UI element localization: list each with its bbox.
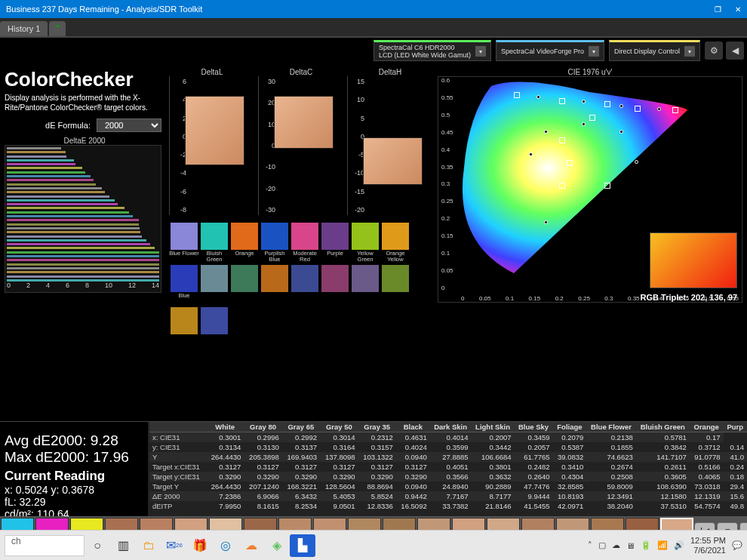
collapse-button[interactable]: ◀ xyxy=(726,42,744,60)
deltac-chart: DeltaC 3020100-10-20-30 xyxy=(258,68,344,219)
windows-taskbar: ch ○ ▥ 🗀 ✉26 🎁 ◎ ☁ ◈ ▙ ˄ ▢ ☁ 🖥 🔋 📶 🔊 12:… xyxy=(0,530,747,560)
cie-chart: 0.60.550.50.450.40.350.30.250.20.150.10.… xyxy=(438,76,742,303)
tray-chevron-icon[interactable]: ˄ xyxy=(588,540,592,550)
xy-reading: x: 0.5024 y: 0.3678 xyxy=(5,484,143,496)
tray-volume-icon[interactable]: 🔊 xyxy=(674,540,684,550)
chevron-down-icon: ▾ xyxy=(589,46,599,57)
close-icon[interactable]: ✕ xyxy=(735,5,741,14)
cdm-reading: cd/m²: 110.64 xyxy=(5,508,143,516)
color-swatch-grid: Blue FlowerBluish GreenOrangePurplish Bl… xyxy=(169,222,433,335)
cloud-icon[interactable]: ☁ xyxy=(238,534,264,557)
max-de-label: Max dE2000: 17.96 xyxy=(5,449,143,466)
swatch-12[interactable] xyxy=(290,264,320,306)
toolbar-strip: SpectraCal C6 HDR2000 LCD (LED White Wid… xyxy=(0,38,747,63)
tray-wifi-icon[interactable]: 📶 xyxy=(657,540,668,550)
current-reading-heading: Current Reading xyxy=(5,469,143,484)
taskbar-search[interactable]: ch xyxy=(5,535,85,556)
chevron-down-icon: ▾ xyxy=(684,46,695,57)
deltah-chart: DeltaH 151050-5-10-15-20 xyxy=(347,68,433,219)
task-view-icon[interactable]: ▥ xyxy=(110,534,136,557)
swatch-16[interactable] xyxy=(169,306,199,335)
data-table: WhiteGray 80Gray 65Gray 50Gray 35BlackDa… xyxy=(149,422,747,511)
fl-reading: fL: 32.29 xyxy=(5,496,143,508)
window-title: Business 237 Days Remaining - Analysis/S… xyxy=(6,5,202,14)
window-controls: ❐ ✕ xyxy=(715,5,741,14)
de-formula-label: dE Formula: xyxy=(45,121,91,130)
restore-icon[interactable]: ❐ xyxy=(715,5,721,14)
right-panel: CIE 1976 u'v' 0.60.550.50.450.40.350.30.… xyxy=(438,68,742,421)
chevron-down-icon: ▾ xyxy=(475,46,486,57)
data-table-scroll[interactable]: WhiteGray 80Gray 65Gray 50Gray 35BlackDa… xyxy=(149,422,747,511)
settings-button[interactable]: ⚙ xyxy=(705,42,723,60)
tab-history-1[interactable]: History 1 xyxy=(0,21,48,36)
swatch-6[interactable]: Yellow Green xyxy=(350,222,380,264)
window-title-bar: Business 237 Days Remaining - Analysis/S… xyxy=(0,0,747,18)
swatch-10[interactable] xyxy=(229,264,260,306)
swatch-3[interactable]: Purplish Blue xyxy=(260,222,290,264)
left-panel: ColorChecker Display analysis is perform… xyxy=(5,68,164,421)
notification-icon[interactable]: 💬 xyxy=(732,540,742,550)
swatch-9[interactable] xyxy=(199,264,229,306)
de-formula-select[interactable]: 2000 xyxy=(97,118,161,132)
taskbar-clock[interactable]: 12:55 PM 7/6/2021 xyxy=(690,536,726,554)
chevron-left-icon: ◀ xyxy=(732,45,739,56)
tray-onedrive-icon[interactable]: ☁ xyxy=(612,540,620,550)
page-title: ColorChecker xyxy=(5,68,164,91)
history-tabs: History 1 + xyxy=(0,18,747,38)
deltae-chart-title: DeltaE 2000 xyxy=(5,137,164,145)
calman-icon[interactable]: ▙ xyxy=(290,534,315,557)
swatch-14[interactable] xyxy=(350,264,380,306)
swatch-7[interactable]: Orange Yellow xyxy=(380,222,410,264)
swatch-13[interactable] xyxy=(320,264,350,306)
deltal-chart: DeltaL 6420-2-4-6-8 xyxy=(169,68,255,219)
mail-icon[interactable]: ✉26 xyxy=(161,534,187,557)
edge-icon[interactable]: ◎ xyxy=(213,534,238,557)
rgb-swatch xyxy=(650,232,737,288)
swatch-11[interactable] xyxy=(260,264,290,306)
swatch-15[interactable] xyxy=(380,264,410,306)
middle-panel: DeltaL 6420-2-4-6-8 DeltaC 3020100-10-20… xyxy=(169,68,433,421)
data-table-section: Avg dE2000: 9.28 Max dE2000: 17.96 Curre… xyxy=(0,421,747,516)
deltae-chart: 02468101214 xyxy=(5,145,161,293)
gear-icon: ⚙ xyxy=(710,45,718,56)
main-area: ColorChecker Display analysis is perform… xyxy=(0,63,747,421)
swatch-4[interactable]: Moderate Red xyxy=(290,222,320,264)
pattern-dropdown[interactable]: SpectraCal VideoForge Pro ▾ xyxy=(496,40,604,61)
swatch-5[interactable]: Purple xyxy=(320,222,350,264)
swatch-0[interactable]: Blue Flower xyxy=(169,222,199,264)
meter-dropdown[interactable]: SpectraCal C6 HDR2000 LCD (LED White Wid… xyxy=(374,40,491,61)
gift-icon[interactable]: 🎁 xyxy=(187,534,213,557)
swatch-1[interactable]: Bluish Green xyxy=(199,222,229,264)
swatch-8[interactable]: Blue xyxy=(169,264,199,306)
tab-add-button[interactable]: + xyxy=(49,21,66,36)
tray-battery-icon[interactable]: 🔋 xyxy=(641,540,651,550)
tray-monitor-icon[interactable]: ▢ xyxy=(598,540,606,550)
file-explorer-icon[interactable]: 🗀 xyxy=(136,534,161,557)
cortana-icon[interactable]: ○ xyxy=(85,534,110,557)
page-subtitle: Display analysis is performed with the X… xyxy=(5,93,164,112)
tray-display-icon[interactable]: 🖥 xyxy=(626,541,635,550)
swatch-17[interactable] xyxy=(199,306,229,335)
system-tray: ˄ ▢ ☁ 🖥 🔋 📶 🔊 12:55 PM 7/6/2021 💬 xyxy=(588,536,742,554)
current-reading-panel: Avg dE2000: 9.28 Max dE2000: 17.96 Curre… xyxy=(0,422,148,516)
swatch-2[interactable]: Orange xyxy=(229,222,260,264)
app-icon-1[interactable]: ◈ xyxy=(264,534,290,557)
direct-display-dropdown[interactable]: Direct Display Control ▾ xyxy=(609,40,700,61)
avg-de-label: Avg dE2000: 9.28 xyxy=(5,432,143,449)
cie-chart-title: CIE 1976 u'v' xyxy=(438,68,742,76)
